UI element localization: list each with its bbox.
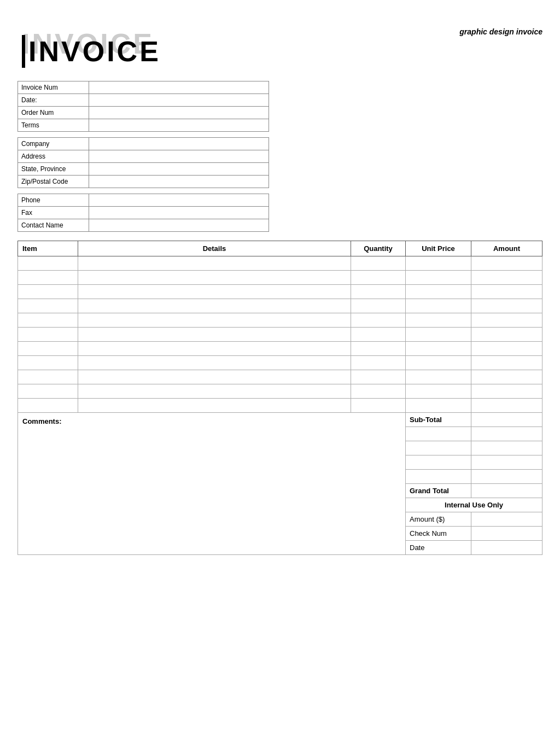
invoice-info-row-1: Date:	[18, 94, 269, 107]
details-cell-2[interactable]	[78, 285, 351, 299]
invoice-info-row-3: Terms	[18, 119, 269, 132]
item-cell-8[interactable]	[18, 370, 78, 384]
details-cell-10[interactable]	[78, 399, 351, 413]
quantity-cell-4[interactable]	[351, 313, 406, 328]
item-cell-4[interactable]	[18, 313, 78, 328]
unit-price-cell-6[interactable]	[406, 342, 471, 356]
quantity-cell-8[interactable]	[351, 370, 406, 384]
unit-price-cell-10[interactable]	[406, 399, 471, 413]
amount-cell-3[interactable]	[471, 299, 542, 313]
quantity-cell-6[interactable]	[351, 342, 406, 356]
company-info-value-0[interactable]	[89, 138, 269, 150]
company-info-table: Company Address State, Province Zip/Post…	[18, 137, 269, 188]
details-cell-1[interactable]	[78, 271, 351, 285]
invoice-info-label-0: Invoice Num	[18, 81, 89, 94]
unit-price-cell-5[interactable]	[406, 328, 471, 342]
details-cell-9[interactable]	[78, 384, 351, 399]
quantity-cell-9[interactable]	[351, 384, 406, 399]
table-row	[18, 299, 542, 313]
quantity-cell-2[interactable]	[351, 285, 406, 299]
items-table-bottom-row: Comments: Sub-Total	[18, 413, 542, 427]
subtotal-label-cell: Sub-Total	[406, 413, 471, 427]
amount-cell-8[interactable]	[471, 370, 542, 384]
quantity-cell-10[interactable]	[351, 399, 406, 413]
table-row	[18, 313, 542, 328]
unit-price-cell-7[interactable]	[406, 356, 471, 370]
company-info-label-1: Address	[18, 150, 89, 163]
quantity-cell-7[interactable]	[351, 356, 406, 370]
amount-cell-9[interactable]	[471, 384, 542, 399]
company-info-row-0: Company	[18, 138, 269, 150]
item-cell-3[interactable]	[18, 299, 78, 313]
contact-info-label-2: Contact Name	[18, 219, 89, 232]
details-cell-6[interactable]	[78, 342, 351, 356]
invoice-info-row-0: Invoice Num	[18, 81, 269, 94]
company-info-label-2: State, Province	[18, 163, 89, 176]
grand-total-label-cell: Grand Total	[406, 484, 471, 498]
unit-price-cell-4[interactable]	[406, 313, 471, 328]
internal-date-label: Date	[406, 541, 471, 555]
company-info-value-3[interactable]	[89, 176, 269, 188]
details-cell-8[interactable]	[78, 370, 351, 384]
table-row	[18, 356, 542, 370]
header-details: Details	[78, 241, 351, 256]
quantity-cell-0[interactable]	[351, 256, 406, 271]
quantity-cell-1[interactable]	[351, 271, 406, 285]
contact-info-label-1: Fax	[18, 207, 89, 219]
unit-price-cell-9[interactable]	[406, 384, 471, 399]
internal-use-header: Internal Use Only	[406, 498, 542, 512]
invoice-main-title: INVOICE	[22, 35, 161, 68]
amount-cell-2[interactable]	[471, 285, 542, 299]
table-row	[18, 285, 542, 299]
quantity-cell-5[interactable]	[351, 328, 406, 342]
internal-amount-label: Amount ($)	[406, 512, 471, 527]
unit-price-cell-3[interactable]	[406, 299, 471, 313]
company-info-value-1[interactable]	[89, 150, 269, 163]
company-info-label-3: Zip/Postal Code	[18, 176, 89, 188]
amount-cell-4[interactable]	[471, 313, 542, 328]
unit-price-cell-0[interactable]	[406, 256, 471, 271]
invoice-info-value-2[interactable]	[89, 107, 269, 119]
item-cell-10[interactable]	[18, 399, 78, 413]
invoice-info-value-3[interactable]	[89, 119, 269, 132]
item-cell-5[interactable]	[18, 328, 78, 342]
company-info-value-2[interactable]	[89, 163, 269, 176]
comments-label: Comments:	[22, 417, 62, 425]
item-cell-1[interactable]	[18, 271, 78, 285]
company-info-row-3: Zip/Postal Code	[18, 176, 269, 188]
amount-cell-0[interactable]	[471, 256, 542, 271]
item-cell-0[interactable]	[18, 256, 78, 271]
details-cell-5[interactable]	[78, 328, 351, 342]
details-cell-7[interactable]	[78, 356, 351, 370]
table-row	[18, 399, 542, 413]
details-cell-3[interactable]	[78, 299, 351, 313]
item-cell-7[interactable]	[18, 356, 78, 370]
amount-cell-5[interactable]	[471, 328, 542, 342]
items-table-header: Item Details Quantity Unit Price Amount	[18, 241, 542, 256]
details-cell-4[interactable]	[78, 313, 351, 328]
unit-price-cell-8[interactable]	[406, 370, 471, 384]
item-cell-2[interactable]	[18, 285, 78, 299]
invoice-info-value-1[interactable]	[89, 94, 269, 107]
amount-cell-7[interactable]	[471, 356, 542, 370]
contact-info-value-2[interactable]	[89, 219, 269, 232]
item-cell-9[interactable]	[18, 384, 78, 399]
internal-checknum-label: Check Num	[406, 527, 471, 541]
invoice-info-label-2: Order Num	[18, 107, 89, 119]
amount-cell-1[interactable]	[471, 271, 542, 285]
details-cell-0[interactable]	[78, 256, 351, 271]
unit-price-cell-2[interactable]	[406, 285, 471, 299]
amount-cell-6[interactable]	[471, 342, 542, 356]
contact-info-row-1: Fax	[18, 207, 269, 219]
contact-info-value-1[interactable]	[89, 207, 269, 219]
comments-cell: Comments:	[18, 413, 406, 555]
header-unit-price: Unit Price	[406, 241, 471, 256]
contact-info-value-0[interactable]	[89, 194, 269, 207]
invoice-info-value-0[interactable]	[89, 81, 269, 94]
quantity-cell-3[interactable]	[351, 299, 406, 313]
item-cell-6[interactable]	[18, 342, 78, 356]
amount-cell-10[interactable]	[471, 399, 542, 413]
invoice-info-row-2: Order Num	[18, 107, 269, 119]
unit-price-cell-1[interactable]	[406, 271, 471, 285]
table-row	[18, 342, 542, 356]
